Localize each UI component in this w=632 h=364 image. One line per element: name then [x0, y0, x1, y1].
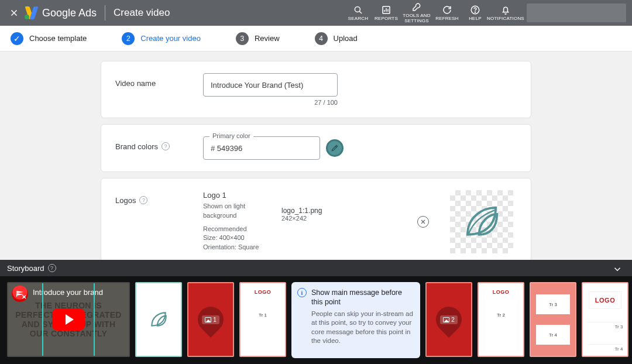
check-icon: ✓ — [11, 32, 23, 45]
close-icon — [420, 218, 427, 225]
primary-color-float-label: Primary color — [209, 132, 253, 139]
play-icon[interactable] — [52, 308, 85, 331]
storyboard-panel: Storyboard ? THE NEURON IS PERFECTLY INT… — [0, 260, 632, 364]
wrench-icon — [411, 2, 422, 12]
logo-meta: Logo 1 Shown on light background Recomme… — [203, 190, 279, 253]
help-tool[interactable]: HELP — [461, 5, 489, 22]
search-tool[interactable]: SEARCH — [344, 5, 372, 22]
video-name-field — [203, 73, 338, 97]
divider — [105, 5, 105, 20]
logos-label: Logos ? — [115, 190, 203, 253]
brand-colors-label: Brand colors ? — [115, 136, 203, 160]
help-icon — [470, 5, 480, 15]
stepper-bar: ✓ Choose template 2 Create your video 3 … — [0, 26, 632, 51]
collapse-storyboard-button[interactable] — [610, 260, 625, 277]
close-icon[interactable] — [6, 8, 22, 18]
step-create-video[interactable]: 2 Create your video — [122, 32, 201, 45]
reel-badge-icon — [12, 286, 28, 302]
eyedropper-button[interactable] — [326, 139, 344, 157]
refresh-icon — [442, 5, 452, 15]
step-number-3-icon: 3 — [236, 32, 249, 45]
storyboard-title: Storyboard — [7, 264, 44, 273]
storyboard-frame-image-1[interactable]: 1 — [187, 282, 234, 357]
tools-settings-tool[interactable]: TOOLS AND SETTINGS — [400, 2, 433, 24]
video-name-label: Video name — [115, 73, 203, 106]
step-upload[interactable]: 4 Upload — [315, 32, 358, 45]
eyedropper-icon — [331, 144, 339, 152]
logo-file-info: logo_1:1.png 242×242 — [281, 190, 322, 253]
page-title: Create video — [114, 7, 170, 19]
bell-icon — [500, 5, 511, 15]
help-icon[interactable]: ? — [162, 142, 170, 150]
image-icon — [205, 317, 211, 322]
info-icon: i — [297, 288, 307, 297]
app-header: Google Ads Create video SEARCH REPORTS T… — [0, 0, 632, 26]
brand-colors-card: Brand colors ? Primary color — [101, 124, 531, 172]
image-icon — [443, 317, 449, 322]
image-slot-badge: 1 — [202, 315, 219, 324]
video-name-card: Video name 27 / 100 — [101, 61, 531, 118]
storyboard-frame-logo-intro[interactable] — [135, 282, 182, 357]
notifications-tool[interactable]: NOTIFICATIONS — [489, 5, 522, 22]
storyboard-frame-logo-text-1[interactable]: LOGO Tr 1 — [239, 282, 286, 357]
storyboard-frame-end-card[interactable]: LOGO Tr 3 Tr 4 — [582, 282, 628, 357]
step-number-2-icon: 2 — [122, 32, 135, 45]
image-slot-badge: 2 — [440, 315, 458, 324]
reports-tool[interactable]: REPORTS — [372, 5, 400, 22]
step-number-4-icon: 4 — [315, 32, 328, 45]
storyboard-header: Storyboard ? — [0, 260, 632, 276]
account-switcher[interactable] — [527, 4, 626, 22]
storyboard-frame-image-2[interactable]: 2 — [425, 282, 472, 357]
leaf-icon — [149, 310, 169, 329]
svg-point-0 — [355, 6, 360, 12]
reports-icon — [381, 5, 391, 15]
leaf-icon — [461, 201, 502, 242]
storyboard-info-card: i Show main message before this point Pe… — [291, 282, 420, 358]
content-scroll[interactable]: Video name 27 / 100 Brand colors ? Prima… — [0, 51, 632, 260]
info-body: People can skip your in-stream ad at thi… — [311, 310, 414, 346]
search-icon — [353, 5, 363, 15]
logo-preview — [429, 190, 517, 253]
google-ads-logo-icon — [25, 6, 37, 19]
info-title: Show main message before this point — [311, 288, 414, 307]
primary-color-input[interactable] — [204, 144, 320, 153]
chevron-up-icon — [612, 264, 623, 274]
video-name-input[interactable] — [204, 81, 337, 90]
step-review[interactable]: 3 Review — [236, 32, 280, 45]
storyboard-frame-text-rows[interactable]: Tr 3 Tr 4 — [530, 282, 576, 357]
remove-logo-button[interactable] — [417, 216, 429, 228]
help-icon[interactable]: ? — [139, 196, 147, 204]
storyboard-video-preview[interactable]: THE NEURON IS PERFECTLY INTEGRATED AND S… — [7, 282, 130, 357]
storyboard-strip[interactable]: THE NEURON IS PERFECTLY INTEGRATED AND S… — [0, 276, 632, 364]
step-choose-template[interactable]: ✓ Choose template — [11, 32, 87, 45]
storyboard-frame-logo-text-2[interactable]: LOGO Tr 2 — [478, 282, 524, 357]
brand-name: Google Ads — [42, 7, 97, 19]
primary-color-field: Primary color — [203, 136, 320, 160]
svg-point-3 — [475, 12, 476, 12]
logos-card: Logos ? Logo 1 Shown on light background… — [101, 178, 531, 260]
char-counter: 27 / 100 — [203, 99, 338, 106]
help-icon[interactable]: ? — [48, 264, 56, 272]
refresh-tool[interactable]: REFRESH — [433, 5, 461, 22]
